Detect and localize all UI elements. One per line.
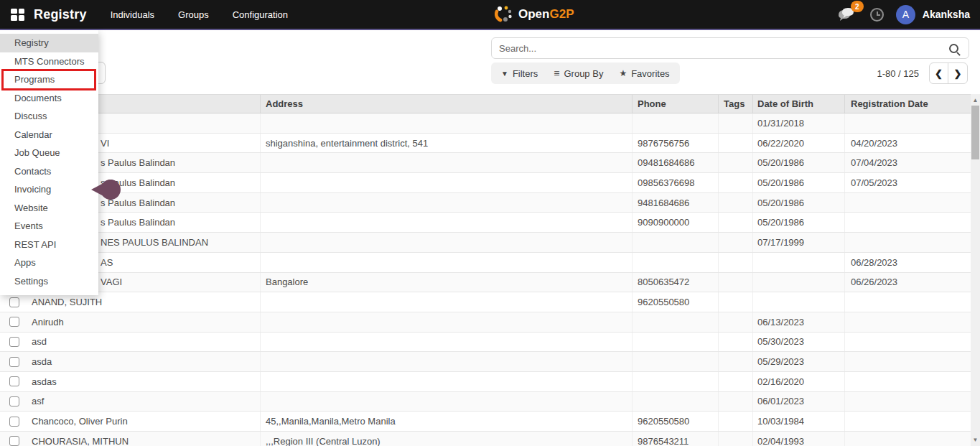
drawer-item-programs[interactable]: Programs <box>0 70 98 89</box>
row-checkbox[interactable] <box>9 396 19 406</box>
table-row[interactable]: CHOURASIA, MITHUN,,,Region III (Central … <box>0 432 971 446</box>
drawer-item-contacts[interactable]: Contacts <box>0 162 98 181</box>
table-row[interactable]: 01/31/2018 <box>0 113 971 134</box>
cell-phone <box>632 392 718 412</box>
cell-phone: 9876543211 <box>632 432 718 446</box>
menu-groups[interactable]: Groups <box>178 9 209 20</box>
drawer-item-settings[interactable]: Settings <box>0 272 98 291</box>
user-avatar[interactable]: A <box>896 5 915 24</box>
cell-phone: 09481684686 <box>632 153 718 172</box>
row-checkbox[interactable] <box>9 417 19 427</box>
cell-address: 45,,Manila,Manila,Metro Manila <box>260 412 632 431</box>
user-name[interactable]: Akanksha <box>923 9 970 20</box>
drawer-item-job-queue[interactable]: Job Queue <box>0 144 98 162</box>
drawer-item-calendar[interactable]: Calendar <box>0 126 98 144</box>
header-date-of-birth[interactable]: Date of Birth <box>752 95 844 113</box>
drawer-item-documents[interactable]: Documents <box>0 89 98 108</box>
cell-address <box>260 333 632 352</box>
table-row[interactable]: AS06/28/2023 <box>0 253 971 273</box>
row-checkbox[interactable] <box>9 297 19 307</box>
cell-phone: 9090900000 <box>632 213 718 232</box>
cell-date-of-birth: 05/29/2023 <box>752 352 844 371</box>
header-tags[interactable]: Tags <box>718 95 752 113</box>
cell-tags <box>718 113 752 133</box>
search-bar <box>491 37 969 59</box>
table-row[interactable]: Anirudh06/13/2023 <box>0 312 971 333</box>
menu-individuals[interactable]: Individuals <box>111 9 154 20</box>
cell-registration-date <box>844 292 971 312</box>
cell-date-of-birth: 07/17/1999 <box>752 233 844 252</box>
table-row[interactable]: s Paulus Balindan948168468605/20/1986 <box>0 193 971 213</box>
cell-registration-date <box>844 113 971 133</box>
drawer-item-rest-api[interactable]: REST API <box>0 236 98 254</box>
row-checkbox[interactable] <box>9 317 19 327</box>
cell-tags <box>718 153 752 172</box>
row-checkbox-cell <box>0 297 29 307</box>
cell-phone <box>632 253 718 272</box>
cell-address <box>260 312 632 332</box>
cell-registration-date <box>844 233 971 252</box>
cell-tags <box>718 312 752 332</box>
cell-date-of-birth: 02/04/1993 <box>752 432 844 446</box>
search-input[interactable] <box>492 43 949 54</box>
scroll-up-icon[interactable]: ▲ <box>971 95 980 105</box>
scrollbar-thumb[interactable] <box>971 106 979 159</box>
vertical-scrollbar[interactable]: ▲ ▼ <box>971 94 980 446</box>
table-row[interactable]: VIshiganshina, entertainment district, 5… <box>0 134 971 154</box>
cell-registration-date <box>844 372 971 391</box>
row-checkbox[interactable] <box>9 436 19 446</box>
table-row[interactable]: s Paulus Balindan909090000005/20/1986 <box>0 213 971 233</box>
drawer-item-events[interactable]: Events <box>0 217 98 236</box>
favorites-button[interactable]: ★ Favorites <box>619 68 669 79</box>
apps-grid-icon[interactable] <box>11 9 24 21</box>
drawer-item-discuss[interactable]: Discuss <box>0 107 98 126</box>
table-row[interactable]: asda05/29/2023 <box>0 352 971 372</box>
cell-address <box>260 233 632 252</box>
filters-button[interactable]: ▼ Filters <box>501 68 538 79</box>
cell-registration-date <box>844 333 971 352</box>
drawer-item-mts-connectors[interactable]: MTS Connectors <box>0 52 98 71</box>
cell-name: asd <box>29 336 260 347</box>
drawer-item-website[interactable]: Website <box>0 199 98 218</box>
cell-registration-date: 06/26/2023 <box>844 273 971 292</box>
table-row[interactable]: asf06/01/2023 <box>0 392 971 412</box>
pager-next-button[interactable]: ❯ <box>948 63 967 83</box>
header-address[interactable]: Address <box>260 95 632 113</box>
systray: 2 A Akanksha <box>836 0 970 29</box>
drawer-item-apps[interactable]: Apps <box>0 254 98 272</box>
table-row[interactable]: s Paulus Balindan0948168468605/20/198607… <box>0 153 971 173</box>
cell-registration-date <box>844 412 971 431</box>
pager-previous-button[interactable]: ❮ <box>930 63 948 83</box>
cell-phone: 8050635472 <box>632 273 718 292</box>
cell-tags <box>718 213 752 232</box>
activities-clock-icon[interactable] <box>870 8 884 22</box>
current-app-name[interactable]: Registry <box>34 7 87 22</box>
drawer-item-invoicing[interactable]: Invoicing <box>0 180 98 199</box>
row-checkbox[interactable] <box>9 357 19 367</box>
cell-tags <box>718 352 752 371</box>
table-row[interactable]: NES PAULUS BALINDAN07/17/1999 <box>0 233 971 253</box>
table-row[interactable]: ANAND, SUJITH9620550580 <box>0 292 971 312</box>
scroll-down-icon[interactable]: ▼ <box>971 435 980 445</box>
header-phone[interactable]: Phone <box>632 95 718 113</box>
cell-phone <box>632 312 718 332</box>
drawer-item-registry[interactable]: Registry <box>0 34 98 52</box>
row-checkbox-cell <box>0 376 29 386</box>
row-checkbox[interactable] <box>9 337 19 347</box>
table-row[interactable]: Chancoco, Oliver Purin45,,Manila,Manila,… <box>0 412 971 432</box>
messages-icon[interactable]: 2 <box>836 5 858 24</box>
row-checkbox-cell <box>0 337 29 347</box>
cell-date-of-birth: 02/16/2020 <box>752 372 844 391</box>
table-row[interactable]: asd05/30/2023 <box>0 333 971 353</box>
group-by-button[interactable]: ≡ Group By <box>554 68 603 79</box>
table-row[interactable]: s Paulus Balindan0985637669805/20/198607… <box>0 173 971 193</box>
search-icon[interactable] <box>949 44 958 53</box>
row-checkbox[interactable] <box>9 376 19 386</box>
menu-configuration[interactable]: Configuration <box>233 9 288 20</box>
table-row[interactable]: VAGIBangalore805063547206/26/2023 <box>0 273 971 293</box>
table-row[interactable]: asdas02/16/2020 <box>0 372 971 392</box>
apps-dropdown-menu: RegistryMTS ConnectorsProgramsDocumentsD… <box>0 30 98 295</box>
registry-list-page: Registry Individuals Groups Configuratio… <box>0 0 980 446</box>
header-registration-date[interactable]: Registration Date <box>844 95 971 113</box>
cell-phone: 9876756756 <box>632 134 718 153</box>
